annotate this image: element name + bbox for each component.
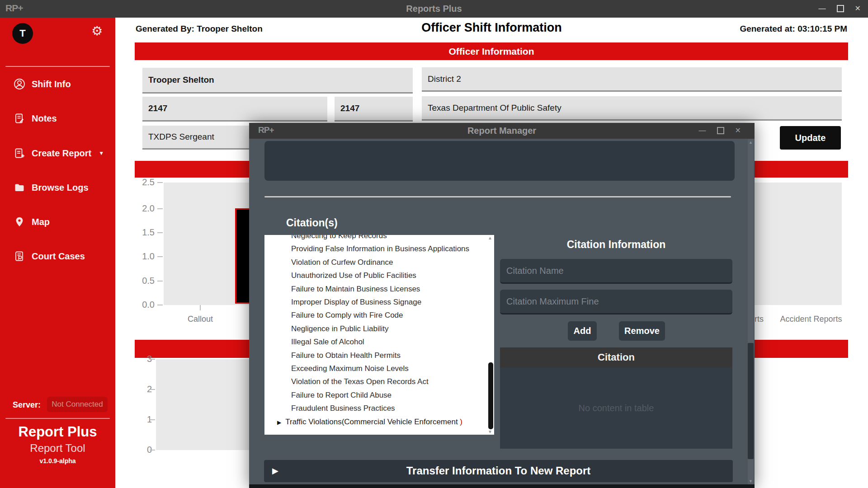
citation-table-header: Citation xyxy=(500,347,732,367)
x-label-accident-reports: Accident Reports xyxy=(774,314,848,324)
close-button[interactable]: ✕ xyxy=(855,4,861,13)
modal-scroll-down-icon[interactable]: ▼ xyxy=(749,479,753,483)
update-button[interactable]: Update xyxy=(780,126,841,150)
empty-table-text: No content in table xyxy=(579,403,654,413)
brand-subtitle: Report Tool xyxy=(0,442,115,455)
sidebar-item-label: Notes xyxy=(32,113,57,124)
tick-mark xyxy=(150,359,155,360)
citation-tree-item[interactable]: ▶Traffic Violations(Commercial Vehicle E… xyxy=(264,415,494,429)
app-titlebar: RP+ Reports Plus — ✕ xyxy=(0,0,868,18)
modal-title: Report Manager xyxy=(249,126,755,136)
remove-button[interactable]: Remove xyxy=(619,321,665,341)
folder-icon xyxy=(14,182,25,193)
sidebar-item-label: Browse Logs xyxy=(32,183,89,193)
y-tick: 1.0 xyxy=(129,251,155,262)
tick-mark xyxy=(157,182,163,183)
report-notes-textarea[interactable] xyxy=(264,141,735,181)
gear-icon[interactable]: ⚙ xyxy=(91,25,103,38)
x-label-cut: rts xyxy=(755,314,770,324)
sidebar-item-label: Shift Info xyxy=(32,79,71,89)
officer-information-banner: Officer Information xyxy=(135,42,848,60)
y-tick: 0.0 xyxy=(129,300,155,310)
add-button[interactable]: Add xyxy=(568,321,597,341)
district-field[interactable]: District 2 xyxy=(422,67,842,92)
unit-number-field[interactable]: 2147 xyxy=(335,97,413,122)
citation-list-item[interactable]: Fraudulent Business Practices xyxy=(264,402,494,415)
sidebar-divider xyxy=(5,66,110,67)
sidebar: T ⚙ Shift Info Notes Create Report ▼ xyxy=(0,18,115,488)
tree-item-label: Traffic Violations(Commercial Vehicle En… xyxy=(285,418,460,426)
sidebar-item-map[interactable]: Map xyxy=(0,212,115,231)
y-tick: 3 xyxy=(127,354,152,364)
generated-at-label: Generated at: 03:10:15 PM xyxy=(740,24,847,34)
citation-name-input[interactable] xyxy=(500,259,732,284)
sidebar-item-label: Create Report xyxy=(32,148,91,159)
sidebar-item-create-report[interactable]: Create Report ▼ xyxy=(0,144,115,163)
tick-mark xyxy=(157,256,163,257)
server-status-badge: Not Connected xyxy=(47,397,108,412)
citation-list-item[interactable]: Failure to Obtain Health Permits xyxy=(264,349,494,362)
citations-list[interactable]: Neglecting to Keep Records Providing Fal… xyxy=(264,235,494,435)
chevron-down-icon: ▼ xyxy=(99,150,104,156)
citation-list-item[interactable]: Neglecting to Keep Records xyxy=(264,235,494,242)
citation-list-item[interactable]: Exceeding Maximum Noise Levels xyxy=(264,362,494,375)
tree-expand-icon[interactable]: ▶ xyxy=(277,419,281,426)
tick-mark xyxy=(157,208,163,209)
citation-list-item[interactable]: Failure to Report Child Abuse xyxy=(264,389,494,402)
sidebar-divider xyxy=(5,418,110,419)
y-tick: 0.5 xyxy=(129,276,155,286)
version-label: v1.0.9-alpha xyxy=(0,457,115,465)
citation-list-item[interactable]: Providing False Information in Business … xyxy=(264,242,494,255)
modal-minimize-button[interactable]: — xyxy=(699,127,706,135)
list-scrollbar-thumb[interactable] xyxy=(488,362,493,429)
citation-table: Citation No content in table xyxy=(500,347,732,449)
court-cases-icon xyxy=(14,250,25,262)
citation-list-item[interactable]: Negligence in Public Liability xyxy=(264,322,494,335)
x-tick-mark xyxy=(200,305,201,310)
modal-scroll-up-icon[interactable]: ▲ xyxy=(749,140,753,145)
tick-mark xyxy=(150,450,155,450)
citation-list-item[interactable]: Violation of the Texas Open Records Act xyxy=(264,375,494,388)
badge-number-field[interactable]: 2147 xyxy=(142,97,327,122)
citation-information-heading: Citation Information xyxy=(500,239,732,251)
y-tick: 1 xyxy=(127,414,152,425)
sidebar-item-browse-logs[interactable]: Browse Logs xyxy=(0,178,115,197)
tick-mark xyxy=(150,389,155,390)
modal-close-button[interactable]: ✕ xyxy=(735,126,741,135)
citation-list-item[interactable]: Failure to Comply with Fire Code xyxy=(264,309,494,322)
citation-list-item[interactable]: Failure to Maintain Business Licenses xyxy=(264,282,494,296)
citation-list-item[interactable]: Illegal Sale of Alcohol xyxy=(264,335,494,348)
transfer-label: Transfer Information To New Report xyxy=(264,465,733,477)
list-scroll-down-icon[interactable]: ▼ xyxy=(488,429,492,434)
sidebar-item-court-cases[interactable]: Court Cases xyxy=(0,247,115,266)
tick-mark xyxy=(157,232,163,233)
sidebar-item-label: Map xyxy=(32,217,50,227)
notes-icon xyxy=(14,113,25,124)
modal-maximize-button[interactable] xyxy=(717,127,724,134)
tick-mark xyxy=(150,419,155,420)
citation-table-body: No content in table xyxy=(500,367,732,449)
citation-list-item[interactable]: Improper Display of Business Signage xyxy=(264,296,494,309)
minimize-button[interactable]: — xyxy=(819,5,826,13)
modal-titlebar: RP+ Report Manager — ✕ xyxy=(249,123,755,139)
y-tick: 1.5 xyxy=(129,227,155,238)
citations-heading: Citation(s) xyxy=(286,217,338,229)
sidebar-item-shift-info[interactable]: Shift Info xyxy=(0,75,115,94)
modal-scrollbar-thumb[interactable] xyxy=(748,343,754,459)
officer-name-field[interactable]: Trooper Shelton xyxy=(142,68,413,94)
department-field[interactable]: Texas Department Of Public Safety xyxy=(422,96,842,121)
maximize-button[interactable] xyxy=(837,5,844,12)
brand-title: Report Plus xyxy=(0,424,115,440)
avatar[interactable]: T xyxy=(12,23,33,44)
sidebar-item-notes[interactable]: Notes xyxy=(0,109,115,128)
server-label: Server: xyxy=(13,400,41,410)
tick-mark xyxy=(157,281,163,282)
modal-divider xyxy=(264,196,731,197)
citation-max-fine-input[interactable] xyxy=(500,290,732,314)
list-scroll-up-icon[interactable]: ▲ xyxy=(488,235,492,240)
citation-list-item[interactable]: Violation of Curfew Ordinance xyxy=(264,256,494,269)
report-manager-modal: RP+ Report Manager — ✕ Citation(s) Negle… xyxy=(249,123,755,488)
map-pin-icon xyxy=(14,216,25,228)
citation-list-item[interactable]: Unauthorized Use of Public Facilities xyxy=(264,269,494,282)
transfer-information-button[interactable]: ▶ Transfer Information To New Report xyxy=(264,460,733,482)
